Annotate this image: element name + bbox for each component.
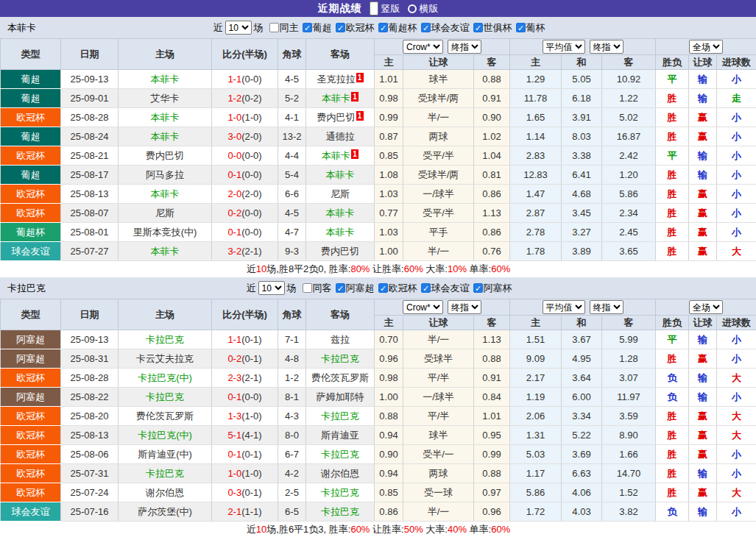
league-filter[interactable]: 球会友谊 bbox=[421, 21, 470, 35]
league-filter[interactable]: 阿塞杯 bbox=[473, 282, 512, 295]
away-team-link[interactable]: 尼斯 bbox=[331, 188, 350, 199]
away-team-link[interactable]: 圣克拉拉 bbox=[317, 74, 356, 85]
odds-stage-select[interactable]: 终指 bbox=[448, 300, 481, 314]
match-score: 0-2(0-1) bbox=[212, 349, 278, 369]
same-venue-filter-checkbox[interactable] bbox=[269, 23, 279, 32]
match-result: 胜 bbox=[656, 108, 689, 127]
team-name: 本菲卡 bbox=[7, 21, 36, 35]
home-team-link[interactable]: 卡拉巴克 bbox=[146, 334, 184, 345]
away-team-link[interactable]: 卡拉巴克 bbox=[321, 410, 359, 422]
home-team-link[interactable]: 卡拉巴克 bbox=[146, 468, 184, 479]
away-team-link[interactable]: 费内巴切 bbox=[317, 112, 356, 123]
home-team-link[interactable]: 本菲卡 bbox=[151, 188, 180, 199]
league-filter-checkbox[interactable] bbox=[516, 23, 526, 32]
europe-company-select[interactable]: 平均值 bbox=[543, 300, 585, 314]
away-team-link[interactable]: 本菲卡 bbox=[322, 93, 350, 104]
away-team-link[interactable]: 谢尔伯恩 bbox=[321, 468, 359, 479]
ah-away-odds: 0.86 bbox=[474, 185, 510, 204]
match-result: 胜 bbox=[656, 185, 689, 204]
match-result: 胜 bbox=[656, 204, 689, 223]
league-filter-checkbox[interactable] bbox=[473, 23, 483, 32]
corner-score: 4-8 bbox=[278, 349, 306, 369]
europe-company-select[interactable]: 平均值 bbox=[543, 40, 585, 54]
ah-line: 受球半/两 bbox=[403, 166, 474, 185]
away-team-link[interactable]: 卡拉巴克 bbox=[321, 449, 359, 460]
odds-company-select[interactable]: Crow* bbox=[403, 300, 443, 314]
league-filter-checkbox[interactable] bbox=[378, 283, 388, 293]
ah-away-odds: 0.91 bbox=[474, 89, 510, 108]
rounds-select[interactable]: 10 bbox=[258, 281, 285, 295]
league-filter-checkbox[interactable] bbox=[473, 283, 483, 293]
league-filter[interactable]: 葡超 bbox=[303, 21, 332, 35]
match-date: 25-07-27 bbox=[61, 242, 119, 261]
league-filter-checkbox[interactable] bbox=[378, 23, 388, 32]
odds-stage-select[interactable]: 终指 bbox=[448, 40, 481, 54]
home-team-link[interactable]: 谢尔伯恩 bbox=[146, 487, 184, 498]
away-team-link[interactable]: 本菲卡 bbox=[322, 150, 350, 161]
home-team-link[interactable]: 本菲卡 bbox=[151, 112, 180, 123]
home-team-link[interactable]: 萨尔茨堡(中) bbox=[138, 506, 192, 517]
handicap-result: 赢 bbox=[689, 407, 717, 426]
home-team-link[interactable]: 费内巴切 bbox=[146, 150, 184, 161]
same-venue-filter[interactable]: 同客 bbox=[303, 282, 332, 295]
rounds-select[interactable]: 10 bbox=[225, 21, 252, 35]
home-team-link[interactable]: 尼斯 bbox=[155, 207, 174, 218]
away-team-link[interactable]: 通德拉 bbox=[326, 131, 355, 142]
home-team-link[interactable]: 里斯本竞技(中) bbox=[133, 227, 197, 238]
home-team-link[interactable]: 卡云艾夫拉克 bbox=[136, 353, 194, 364]
league-filter-checkbox[interactable] bbox=[303, 23, 312, 32]
home-team-link[interactable]: 艾华卡 bbox=[151, 93, 180, 104]
eu-home-odds: 2.17 bbox=[510, 369, 562, 388]
home-team-link[interactable]: 本菲卡 bbox=[151, 131, 180, 142]
scope-select[interactable]: 全场 bbox=[689, 40, 723, 54]
home-team-link[interactable]: 本菲卡 bbox=[151, 74, 180, 85]
away-team-link[interactable]: 费伦茨瓦罗斯 bbox=[311, 372, 369, 383]
league-filter-checkbox[interactable] bbox=[336, 23, 345, 32]
corner-score: 1-2 bbox=[278, 369, 306, 388]
league-filter[interactable]: 欧冠杯 bbox=[378, 282, 417, 295]
home-team: 艾华卡 bbox=[119, 89, 212, 108]
league-filter[interactable]: 世俱杯 bbox=[473, 21, 512, 35]
away-team-link[interactable]: 萨姆加耶特 bbox=[317, 391, 364, 402]
league-filter-checkbox[interactable] bbox=[421, 23, 431, 32]
match-row: 阿塞超25-09-13卡拉巴克1-1(0-1)7-1兹拉0.70半/一1.131… bbox=[1, 330, 756, 349]
odds-company-select[interactable]: Crow* bbox=[403, 40, 443, 54]
league-filter[interactable]: 葡杯 bbox=[516, 21, 545, 35]
league-filter[interactable]: 葡超杯 bbox=[378, 21, 417, 35]
league-badge: 欧冠杯 bbox=[1, 185, 61, 204]
away-team-link[interactable]: 本菲卡 bbox=[326, 169, 355, 180]
ah-away-odds: 0.84 bbox=[474, 388, 510, 407]
view-option-vertical[interactable]: 竖版 bbox=[370, 1, 400, 15]
ah-away-odds: 0.88 bbox=[474, 70, 510, 89]
away-team-link[interactable]: 本菲卡 bbox=[326, 207, 355, 218]
away-team-link[interactable]: 卡拉巴克 bbox=[321, 487, 359, 498]
home-team-link[interactable]: 阿马多拉 bbox=[146, 169, 184, 180]
same-venue-filter-checkbox[interactable] bbox=[303, 283, 312, 293]
league-filter[interactable]: 阿塞超 bbox=[336, 282, 375, 295]
league-filter-checkbox[interactable] bbox=[336, 283, 345, 293]
away-team-link[interactable]: 费内巴切 bbox=[321, 246, 359, 257]
home-team-link[interactable]: 卡拉巴克(中) bbox=[138, 430, 192, 441]
home-team-link[interactable]: 斯肯迪亚(中) bbox=[138, 449, 192, 460]
europe-stage-select[interactable]: 终指 bbox=[590, 300, 623, 314]
home-team-link[interactable]: 费伦茨瓦罗斯 bbox=[136, 410, 194, 422]
away-team-link[interactable]: 卡拉巴克 bbox=[321, 506, 359, 517]
league-filter[interactable]: 球会友谊 bbox=[421, 282, 470, 295]
away-team-link[interactable]: 斯肯迪亚 bbox=[321, 430, 359, 441]
away-team-link[interactable]: 兹拉 bbox=[331, 334, 350, 345]
league-filter[interactable]: 欧冠杯 bbox=[336, 21, 375, 35]
same-venue-filter[interactable]: 同主 bbox=[269, 21, 299, 35]
home-team-link[interactable]: 卡拉巴克 bbox=[146, 391, 184, 402]
away-team-link[interactable]: 本菲卡 bbox=[326, 227, 355, 238]
home-team-link[interactable]: 卡拉巴克(中) bbox=[138, 372, 192, 383]
ah-line: 平/半 bbox=[403, 407, 474, 426]
europe-stage-select[interactable]: 终指 bbox=[590, 40, 623, 54]
ah-home-odds: 0.87 bbox=[375, 127, 403, 146]
league-filter-checkbox[interactable] bbox=[421, 283, 431, 293]
view-option-horizontal[interactable]: 横版 bbox=[408, 2, 439, 15]
view-option-horizontal-label: 横版 bbox=[420, 2, 439, 15]
away-team-link[interactable]: 卡拉巴克 bbox=[321, 353, 359, 364]
home-team-link[interactable]: 本菲卡 bbox=[151, 246, 180, 257]
scope-select[interactable]: 全场 bbox=[689, 300, 723, 314]
corner-score: 6-7 bbox=[278, 445, 306, 464]
